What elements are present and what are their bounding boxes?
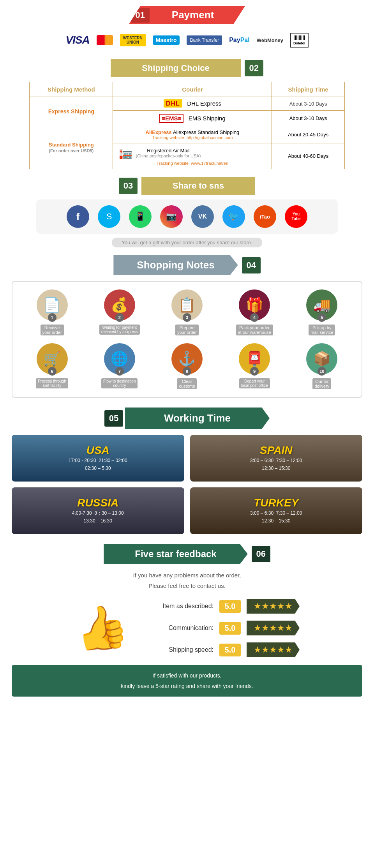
- step-7: 🌐7 Flow to destinationcountry: [98, 343, 141, 388]
- section-payment: 01 Payment VISA WESTERNUNION Maestro Ban…: [0, 0, 374, 57]
- time-card-spain: SPAIN 3:00 – 6:30 7:30 – 12:0012:30 – 15…: [190, 435, 363, 482]
- step-3-label: Prepareyour order: [175, 325, 199, 335]
- feedback-footer: If satisfied with our products, kindly l…: [12, 665, 362, 697]
- step-9-label: Depart yourlocal post office: [239, 378, 270, 388]
- country-russia: RUSSIA: [77, 497, 118, 509]
- feedback-header: Five star feedback: [104, 544, 247, 564]
- notes-num: 04: [242, 257, 261, 273]
- hours-usa: 17:00 - 20:30 21:30 – 02:0002:30 – 5:30: [69, 457, 127, 473]
- steps-row-1: 📄1 Receiveyour order 💰2 Waiting for paym…: [18, 289, 356, 335]
- th-time: Shipping Time: [272, 82, 344, 97]
- maestro-logo: Maestro: [153, 35, 180, 45]
- rating-label-1: Item as described:: [139, 603, 213, 610]
- step-4: 🎁4 Pack your orderat our warehouse: [233, 289, 276, 335]
- paypal-logo: PayPal: [229, 37, 249, 44]
- feedback-subtitle: If you have any problems about the order…: [12, 570, 362, 591]
- steps-container: 📄1 Receiveyour order 💰2 Waiting for paym…: [12, 281, 362, 398]
- payment-header: 01 Payment: [0, 6, 374, 29]
- visa-logo: VISA: [65, 34, 89, 46]
- section-feedback: Five star feedback 06 If you have any pr…: [0, 542, 374, 704]
- step-6: 🛒6 Process throughsort facility: [31, 343, 74, 388]
- webmoney-logo: WebMoney: [257, 37, 283, 43]
- step-7-label: Flow to destinationcountry: [101, 378, 138, 388]
- section-working-time: 05 Working Time USA 17:00 - 20:30 21:30 …: [0, 406, 374, 542]
- twitter-icon[interactable]: 🐦: [222, 205, 245, 228]
- rating-stars-1: ★★★★★: [247, 599, 300, 614]
- country-usa: USA: [86, 444, 109, 457]
- th-method: Shipping Method: [30, 82, 113, 97]
- working-title: Working Time: [164, 412, 231, 424]
- step-5: 🚚5 Pck up bymail service: [300, 289, 343, 335]
- rating-row-2: Communication: 5.0 ★★★★★: [139, 621, 300, 635]
- time-ems: About 3-10 Days: [272, 111, 344, 126]
- bank-transfer-logo: Bank Transfer: [187, 35, 222, 45]
- rating-score-1: 5.0: [219, 600, 241, 613]
- facebook-icon[interactable]: f: [67, 205, 89, 228]
- rating-stars-3: ★★★★★: [247, 642, 300, 657]
- time-card-usa: USA 17:00 - 20:30 21:30 – 02:0002:30 – 5…: [12, 435, 184, 482]
- step-8-label: Clearcustoms: [177, 378, 197, 389]
- rating-stars-2: ★★★★★: [247, 621, 300, 635]
- method-express: Express Shipping: [30, 97, 113, 126]
- youtube-icon[interactable]: YouTube: [285, 205, 307, 228]
- shipping-title: Shipping Choice: [142, 63, 210, 73]
- western-union-logo: WESTERNUNION: [120, 34, 146, 46]
- step-5-label: Pck up bymail service: [309, 325, 335, 335]
- working-num: 05: [104, 410, 123, 427]
- section-shipping: Shipping Choice 02 Shipping Method Couri…: [0, 57, 374, 175]
- sns-icons-container: f S 📱 📷 VK 🐦 iTao YouTube: [36, 199, 338, 234]
- working-header: Working Time: [125, 408, 270, 429]
- step-10: 📦10 Our fordelivery: [300, 343, 343, 389]
- shipping-header: Shipping Choice: [111, 59, 241, 77]
- boletol-logo: |||||||||Boletol: [290, 33, 309, 48]
- hours-turkey: 3:00 – 6:30 7:30 – 12:0012:30 – 15:30: [250, 509, 302, 525]
- skype-icon[interactable]: S: [98, 205, 120, 228]
- step-2-label: Waiting for paymentreleased by alixpress: [99, 325, 140, 335]
- step-10-label: Our fordelivery: [312, 378, 331, 389]
- payment-methods: VISA WESTERNUNION Maestro Bank Transfer …: [0, 29, 374, 53]
- sns-note: You will get a gift with your order afte…: [112, 238, 262, 247]
- courier-ems: ≡EMS≡ EMS Shipping: [113, 111, 272, 126]
- notes-title: Shopping Notes: [137, 259, 214, 271]
- time-post: About 40-60 Days: [272, 143, 344, 169]
- courier-post: 🏣 Registered Air Mail (China post/epacke…: [113, 143, 272, 169]
- country-turkey: TURKEY: [254, 497, 298, 509]
- hours-spain: 3:00 – 6:30 7:30 – 12:0012:30 – 15:30: [250, 457, 302, 473]
- notes-header-wrap: Shopping Notes 04: [12, 255, 362, 275]
- rating-label-3: Shipping speed:: [139, 646, 213, 653]
- sns-title: Share to sns: [173, 181, 224, 191]
- whatsapp-icon[interactable]: 📱: [129, 205, 152, 228]
- rating-row-3: Shipping speed: 5.0 ★★★★★: [139, 642, 300, 657]
- rating-row-1: Item as described: 5.0 ★★★★★: [139, 599, 300, 614]
- step-9: 📮9 Depart yourlocal post office: [233, 343, 276, 388]
- time-card-russia: RUSSIA 4:00-7:30 8：30 – 13:0013:30 – 16:…: [12, 487, 184, 534]
- step-4-label: Pack your orderat our warehouse: [236, 325, 273, 335]
- step-3: 📋3 Prepareyour order: [166, 289, 208, 335]
- feedback-content: 👍 Item as described: 5.0 ★★★★★ Communica…: [12, 599, 362, 657]
- section-sns: 03 Share to sns f S 📱 📷 VK 🐦 iTao YouTub…: [0, 175, 374, 253]
- courier-ali: AliExpress Aliexpress Standard Shipping …: [113, 126, 272, 143]
- method-standard: Standard Shipping(For order over USD5): [30, 126, 113, 169]
- rating-score-3: 5.0: [219, 644, 241, 656]
- working-header-wrap: 05 Working Time: [12, 408, 362, 429]
- time-ali: About 20-45 Days: [272, 126, 344, 143]
- steps-row-2: 🛒6 Process throughsort facility 🌐7 Flow …: [18, 343, 356, 389]
- courier-dhl: DHL DHL Express: [113, 97, 272, 111]
- th-courier: Courier: [113, 82, 272, 97]
- instagram-icon[interactable]: 📷: [160, 205, 183, 228]
- time-card-turkey: TURKEY 3:00 – 6:30 7:30 – 12:0012:30 – 1…: [190, 487, 363, 534]
- time-dhl: About 3-10 Days: [272, 97, 344, 111]
- vk-icon[interactable]: VK: [191, 205, 214, 228]
- section-shopping-notes: Shopping Notes 04 📄1 Receiveyour order 💰…: [0, 253, 374, 406]
- feedback-header-wrap: Five star feedback 06: [12, 544, 362, 564]
- step-1-label: Receiveyour order: [41, 325, 64, 335]
- feedback-num: 06: [252, 546, 270, 562]
- notes-header: Shopping Notes: [113, 255, 238, 275]
- time-grid: USA 17:00 - 20:30 21:30 – 02:0002:30 – 5…: [12, 435, 362, 534]
- mastercard-logo: [97, 35, 113, 45]
- payment-num-badge: 01: [131, 8, 150, 23]
- sns-header-wrap: 03 Share to sns: [16, 177, 358, 195]
- rating-label-2: Communication:: [139, 625, 213, 632]
- shipping-header-wrap: Shipping Choice 02: [16, 59, 358, 77]
- itao-icon[interactable]: iTao: [254, 205, 276, 228]
